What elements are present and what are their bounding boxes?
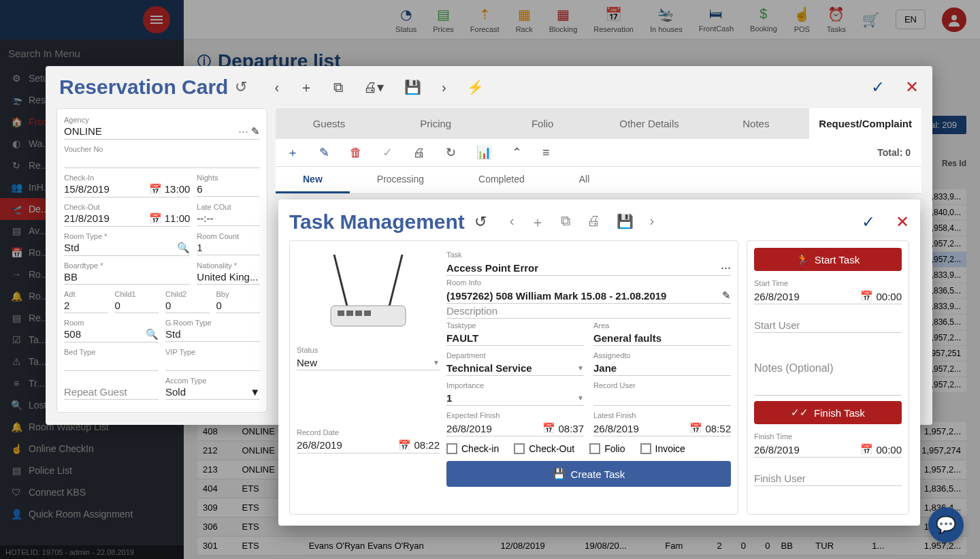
folio-checkbox[interactable]: Folio	[589, 443, 625, 454]
save-icon[interactable]: 💾	[617, 213, 634, 231]
search-icon[interactable]: 🔍	[146, 328, 159, 340]
history-icon[interactable]: ↺	[235, 78, 247, 96]
calendar-icon[interactable]: 📅	[149, 212, 162, 225]
recorddate-value[interactable]: 26/8/2019	[297, 439, 342, 451]
calendar-icon[interactable]: 📅	[860, 290, 873, 302]
excel-icon[interactable]: 📊	[476, 145, 491, 160]
startuser-field[interactable]: Start User	[754, 318, 902, 333]
tab-otherdetails[interactable]: Other Details	[596, 108, 703, 139]
edit-icon[interactable]: ✎	[319, 145, 329, 160]
add-icon[interactable]: ＋	[531, 213, 544, 231]
subtab-all[interactable]: All	[552, 167, 617, 193]
tab-folio[interactable]: Folio	[489, 108, 596, 139]
roomtype-value[interactable]: Std	[64, 242, 80, 254]
next-icon[interactable]: ›	[650, 213, 655, 231]
save-icon[interactable]: 💾	[404, 79, 421, 95]
finishuser-field[interactable]: Finish User	[754, 471, 902, 486]
latestfinish-time[interactable]: 08:52	[705, 423, 731, 434]
child1-value[interactable]: 0	[115, 298, 159, 313]
prev-icon[interactable]: ‹	[510, 213, 514, 231]
check-icon[interactable]: ✓	[382, 145, 393, 160]
child2-value[interactable]: 0	[165, 298, 210, 313]
agency-edit-icon[interactable]: ✎	[251, 125, 260, 138]
lightning-icon[interactable]: ⚡	[467, 79, 484, 95]
agency-value[interactable]: ONLINE	[64, 125, 102, 138]
menu-icon[interactable]: ≡	[542, 146, 550, 160]
refresh-icon[interactable]: ↻	[446, 145, 456, 160]
roominfo-value[interactable]: (1957262) 508 William Mark 15.08 - 21.08…	[446, 290, 666, 302]
bedtype-value[interactable]	[64, 356, 159, 371]
calendar-icon[interactable]: 📅	[542, 422, 555, 434]
finish-task-button[interactable]: ✓✓Finish Task	[754, 401, 902, 424]
expectedfinish-date[interactable]: 26/8/2019	[446, 423, 492, 434]
acctype-value[interactable]: Sold	[165, 386, 186, 398]
groomtype-value[interactable]: Std	[165, 327, 260, 342]
voucher-value[interactable]	[64, 153, 260, 168]
checkin-time[interactable]: 13:00	[165, 183, 191, 195]
delete-icon[interactable]: 🗑	[350, 146, 362, 160]
nights-value[interactable]: 6	[197, 182, 260, 197]
subtab-completed[interactable]: Completed	[451, 167, 552, 193]
recorduser-value[interactable]	[593, 391, 731, 406]
add-icon[interactable]: ＋	[299, 78, 313, 97]
tab-notes[interactable]: Notes	[702, 108, 809, 139]
checkin-date[interactable]: 15/8/2019	[64, 183, 110, 195]
tasktype-value[interactable]: FAULT	[446, 331, 584, 346]
checkout-checkbox[interactable]: Check-Out	[514, 443, 574, 454]
search-icon[interactable]: 🔍	[177, 242, 190, 254]
finishtime-date[interactable]: 26/8/2019	[754, 444, 800, 456]
room-value[interactable]: 508	[64, 328, 81, 340]
bby-value[interactable]: 0	[216, 298, 261, 313]
latecout-value[interactable]: --:--	[197, 211, 260, 226]
calendar-icon[interactable]: 📅	[149, 183, 162, 195]
print-icon[interactable]: 🖨▾	[363, 79, 384, 95]
checkin-checkbox[interactable]: Check-in	[446, 443, 499, 454]
latestfinish-date[interactable]: 26/8/2019	[593, 423, 639, 434]
copy-icon[interactable]: ⧉	[561, 213, 570, 231]
adt-value[interactable]: 2	[64, 298, 108, 313]
calendar-icon[interactable]: 📅	[398, 439, 411, 451]
dropdown-icon[interactable]: ▼	[250, 386, 260, 398]
task-name-value[interactable]: Access Point Error	[446, 262, 538, 274]
start-task-button[interactable]: 🏃Start Task	[754, 248, 902, 271]
close-icon[interactable]: ✕	[896, 212, 909, 231]
prev-icon[interactable]: ‹	[274, 80, 279, 95]
chat-bubble-button[interactable]: 💬	[928, 507, 964, 543]
description-field[interactable]: Description	[446, 304, 731, 319]
importance-value[interactable]: 1	[446, 392, 452, 404]
confirm-icon[interactable]: ✓	[862, 212, 875, 231]
tab-guests[interactable]: Guests	[276, 108, 382, 139]
repeat-guest-value[interactable]: Repeat Guest	[64, 385, 159, 400]
subtab-processing[interactable]: Processing	[350, 167, 451, 193]
create-task-button[interactable]: 💾Create Task	[446, 461, 731, 487]
edit-icon[interactable]: ✎	[722, 289, 731, 302]
agency-more-icon[interactable]: ⋯	[238, 125, 248, 138]
dropdown-icon[interactable]: ▼	[433, 359, 440, 366]
recorddate-time[interactable]: 08:22	[414, 439, 440, 451]
copy-icon[interactable]: ⧉	[333, 80, 343, 95]
expectedfinish-time[interactable]: 08:37	[558, 423, 584, 434]
collapse-icon[interactable]: ⌃	[512, 145, 522, 160]
subtab-new[interactable]: New	[276, 167, 350, 193]
status-value[interactable]: New	[297, 357, 317, 368]
tab-pricing[interactable]: Pricing	[382, 108, 489, 139]
more-icon[interactable]: ⋯	[721, 261, 731, 274]
notes-field[interactable]: Notes (Optional)	[754, 360, 902, 377]
calendar-icon[interactable]: 📅	[689, 422, 702, 434]
dropdown-icon[interactable]: ▼	[577, 364, 584, 372]
roomcount-value[interactable]: 1	[197, 240, 260, 255]
history-icon[interactable]: ↺	[474, 213, 487, 231]
checkout-date[interactable]: 21/8/2019	[64, 212, 110, 225]
starttime-time[interactable]: 00:00	[876, 291, 902, 302]
nationality-value[interactable]: United King...	[197, 270, 260, 285]
invoice-checkbox[interactable]: Invoice	[640, 443, 685, 454]
area-value[interactable]: General faults	[593, 331, 731, 346]
tab-requestcomplaint[interactable]: Request/Complaint	[809, 108, 921, 139]
next-icon[interactable]: ›	[442, 80, 446, 95]
calendar-icon[interactable]: 📅	[860, 443, 873, 456]
add-icon[interactable]: ＋	[287, 144, 299, 161]
finishtime-time[interactable]: 00:00	[876, 444, 902, 456]
checkout-time[interactable]: 11:00	[165, 212, 191, 225]
confirm-icon[interactable]: ✓	[871, 78, 885, 97]
dropdown-icon[interactable]: ▼	[577, 394, 584, 402]
